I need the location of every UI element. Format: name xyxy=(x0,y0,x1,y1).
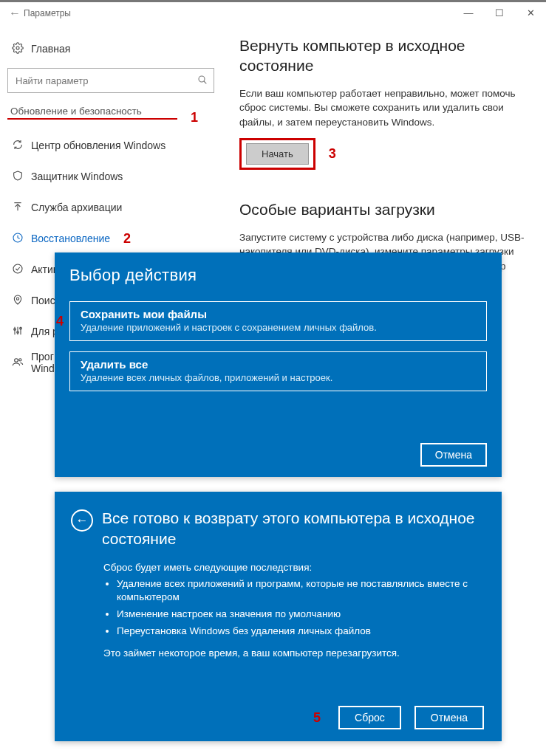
reset-button[interactable]: Сброс xyxy=(338,706,401,729)
shield-icon xyxy=(12,170,31,184)
option-remove-all[interactable]: Удалить все Удаление всех личных файлов,… xyxy=(69,351,487,391)
dialog-outro: Это займет некоторое время, а ваш компью… xyxy=(103,647,484,659)
cancel-button[interactable]: Отмена xyxy=(414,706,484,729)
sidebar-item-defender[interactable]: Защитник Windows xyxy=(7,161,214,192)
sliders-icon xyxy=(12,325,31,339)
reset-description: Если ваш компьютер работает неправильно,… xyxy=(239,86,525,130)
window-title: Параметры xyxy=(24,8,71,18)
sidebar-item-update[interactable]: Центр обновления Windows xyxy=(7,130,214,161)
choose-action-dialog: Выбор действия Сохранить мои файлы Удале… xyxy=(55,252,502,477)
gear-icon xyxy=(12,42,31,56)
annotation-3: 3 xyxy=(329,146,336,162)
dialog-title: Все готово к возврату этого компьютера в… xyxy=(102,508,484,550)
annotation-box-3: Начать xyxy=(239,138,315,170)
home-link[interactable]: Главная xyxy=(7,35,214,62)
option-subtitle: Удаление всех личных файлов, приложений … xyxy=(81,372,476,383)
list-item: Переустановка Windows без удаления личны… xyxy=(117,625,484,638)
option-title: Удалить все xyxy=(81,358,476,371)
people-icon xyxy=(12,356,31,370)
title-bar: ← Параметры — ☐ ✕ xyxy=(0,0,546,24)
dialog-title: Выбор действия xyxy=(69,266,487,285)
dialog-intro: Сброс будет иметь следующие последствия: xyxy=(103,562,484,573)
map-icon xyxy=(12,294,31,308)
check-icon xyxy=(12,263,31,277)
annotation-2: 2 xyxy=(123,231,131,247)
svg-point-15 xyxy=(19,358,21,360)
sidebar-item-recovery[interactable]: Восстановление 2 xyxy=(7,223,214,254)
annotation-5: 5 xyxy=(313,710,321,726)
sidebar-item-backup[interactable]: Служба архивации xyxy=(7,192,214,223)
minimize-button[interactable]: — xyxy=(453,3,484,24)
close-button[interactable]: ✕ xyxy=(515,3,546,24)
option-title: Сохранить мои файлы xyxy=(81,308,476,320)
svg-point-0 xyxy=(16,47,19,49)
search-input[interactable] xyxy=(8,75,191,86)
sidebar-item-label: Защитник Windows xyxy=(31,171,123,182)
option-keep-files[interactable]: Сохранить мои файлы Удаление приложений … xyxy=(69,301,487,341)
svg-point-14 xyxy=(15,358,18,362)
sidebar-item-label: Центр обновления Windows xyxy=(31,140,165,151)
back-icon[interactable]: ← xyxy=(71,509,93,532)
svg-point-1 xyxy=(199,76,205,82)
ready-reset-dialog: ← Все готово к возврату этого компьютера… xyxy=(55,492,502,741)
list-item: Удаление всех приложений и программ, кот… xyxy=(117,577,484,604)
svg-point-7 xyxy=(16,298,18,300)
reset-title: Вернуть компьютер в исходное состояние xyxy=(239,35,525,76)
sidebar-item-label: Служба архивации xyxy=(31,202,122,213)
search-input-wrap[interactable] xyxy=(7,68,214,93)
home-label: Главная xyxy=(31,43,70,55)
sidebar-item-label: Восстановление xyxy=(31,233,110,244)
sync-icon xyxy=(12,139,31,153)
sidebar-item-label: Поис xyxy=(31,295,55,306)
annotation-1: 1 xyxy=(191,110,198,126)
sidebar-item-label: Прог Wind xyxy=(31,351,55,374)
annotation-4: 4 xyxy=(56,314,64,329)
option-subtitle: Удаление приложений и настроек с сохране… xyxy=(81,322,476,333)
maximize-button[interactable]: ☐ xyxy=(484,3,515,24)
svg-point-6 xyxy=(13,264,22,273)
begin-button[interactable]: Начать xyxy=(246,143,309,165)
svg-line-2 xyxy=(204,81,206,83)
search-icon xyxy=(191,74,214,88)
section-header: Обновление и безопасность xyxy=(10,106,142,117)
consequences-list: Удаление всех приложений и программ, кот… xyxy=(117,577,484,639)
clock-icon xyxy=(12,232,31,246)
annotation-underline xyxy=(7,118,177,120)
back-icon[interactable]: ← xyxy=(6,7,24,20)
upload-icon xyxy=(12,201,31,215)
advanced-title: Особые варианты загрузки xyxy=(239,199,525,219)
list-item: Изменение настроек на значения по умолча… xyxy=(117,608,484,621)
cancel-button[interactable]: Отмена xyxy=(420,443,487,467)
